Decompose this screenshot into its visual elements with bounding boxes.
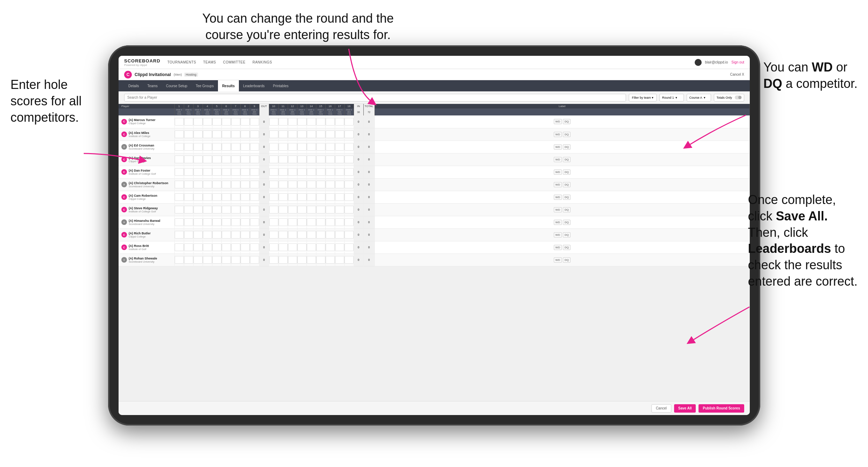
filter-team-btn[interactable]: Filter by team ▾	[629, 94, 657, 101]
hole-12-input-9[interactable]	[288, 231, 297, 239]
hole-3-input-2[interactable]	[194, 143, 203, 151]
hole-15-input-7[interactable]	[316, 206, 325, 213]
hole-15-input-11[interactable]	[316, 256, 325, 264]
tab-tee-groups[interactable]: Tee Groups	[191, 80, 218, 91]
hole-11-input-9[interactable]	[279, 231, 288, 239]
dq-btn-3[interactable]: DQ	[563, 157, 571, 162]
hole-2-input-1[interactable]	[184, 130, 193, 138]
hole-3-input-11[interactable]	[194, 256, 203, 264]
hole-16-input-10[interactable]	[326, 243, 335, 251]
dq-btn-1[interactable]: DQ	[563, 132, 571, 137]
hole-12-input-6[interactable]	[288, 193, 297, 201]
hole-5-input-11[interactable]	[212, 256, 221, 264]
hole-10-input-5[interactable]	[269, 181, 278, 188]
hole-17-input-8[interactable]	[335, 218, 344, 226]
hole-13-input-7[interactable]	[297, 206, 307, 213]
search-input[interactable]	[124, 94, 626, 101]
hole-7-input-8[interactable]	[231, 218, 240, 226]
wd-btn-5[interactable]: WD	[554, 182, 562, 187]
hole-13-input-11[interactable]	[297, 256, 307, 264]
hole-7-input-3[interactable]	[231, 156, 240, 163]
hole-9-input-0[interactable]	[250, 118, 259, 126]
hole-2-input-5[interactable]	[184, 181, 193, 188]
dq-btn-10[interactable]: DQ	[563, 245, 571, 250]
hole-1-input-3[interactable]	[175, 156, 184, 163]
hole-17-input-0[interactable]	[335, 118, 344, 126]
tab-results[interactable]: Results	[218, 80, 239, 91]
hole-4-input-0[interactable]	[203, 118, 212, 126]
hole-9-input-6[interactable]	[250, 193, 259, 201]
hole-12-input-7[interactable]	[288, 206, 297, 213]
hole-13-input-3[interactable]	[297, 156, 307, 163]
hole-2-input-10[interactable]	[184, 243, 193, 251]
hole-16-input-4[interactable]	[326, 168, 335, 176]
hole-18-input-11[interactable]	[345, 256, 354, 264]
hole-8-input-6[interactable]	[241, 193, 250, 201]
hole-6-input-1[interactable]	[222, 130, 231, 138]
hole-14-input-8[interactable]	[307, 218, 316, 226]
hole-4-input-1[interactable]	[203, 130, 212, 138]
wd-btn-6[interactable]: WD	[554, 195, 562, 200]
hole-12-input-3[interactable]	[288, 156, 297, 163]
hole-17-input-9[interactable]	[335, 231, 344, 239]
hole-16-input-2[interactable]	[326, 143, 335, 151]
hole-3-input-6[interactable]	[194, 193, 203, 201]
hole-6-input-6[interactable]	[222, 193, 231, 201]
hole-9-input-9[interactable]	[250, 231, 259, 239]
hole-9-input-10[interactable]	[250, 243, 259, 251]
hole-6-input-8[interactable]	[222, 218, 231, 226]
hole-12-input-8[interactable]	[288, 218, 297, 226]
hole-3-input-5[interactable]	[194, 181, 203, 188]
hole-13-input-0[interactable]	[297, 118, 307, 126]
hole-8-input-2[interactable]	[241, 143, 250, 151]
hole-7-input-6[interactable]	[231, 193, 240, 201]
hole-5-input-3[interactable]	[212, 156, 221, 163]
hole-18-input-6[interactable]	[345, 193, 354, 201]
hole-16-input-11[interactable]	[326, 256, 335, 264]
hole-10-input-8[interactable]	[269, 218, 278, 226]
hole-8-input-4[interactable]	[241, 168, 250, 176]
save-all-btn[interactable]: Save All	[674, 404, 696, 413]
hole-12-input-10[interactable]	[288, 243, 297, 251]
hole-15-input-9[interactable]	[316, 231, 325, 239]
hole-18-input-4[interactable]	[345, 168, 354, 176]
hole-1-input-1[interactable]	[175, 130, 184, 138]
hole-16-input-9[interactable]	[326, 231, 335, 239]
hole-9-input-1[interactable]	[250, 130, 259, 138]
dq-btn-6[interactable]: DQ	[563, 195, 571, 200]
hole-2-input-0[interactable]	[184, 118, 193, 126]
hole-15-input-3[interactable]	[316, 156, 325, 163]
hole-14-input-1[interactable]	[307, 130, 316, 138]
hole-8-input-10[interactable]	[241, 243, 250, 251]
hole-9-input-5[interactable]	[250, 181, 259, 188]
hole-2-input-9[interactable]	[184, 231, 193, 239]
course-select[interactable]: Course A ▾	[687, 94, 711, 101]
hole-13-input-9[interactable]	[297, 231, 307, 239]
hole-4-input-7[interactable]	[203, 206, 212, 213]
hole-6-input-0[interactable]	[222, 118, 231, 126]
tab-leaderboards[interactable]: Leaderboards	[239, 80, 269, 91]
hole-8-input-3[interactable]	[241, 156, 250, 163]
hole-16-input-6[interactable]	[326, 193, 335, 201]
dq-btn-11[interactable]: DQ	[563, 257, 571, 263]
dq-btn-7[interactable]: DQ	[563, 207, 571, 212]
hole-16-input-0[interactable]	[326, 118, 335, 126]
hole-14-input-11[interactable]	[307, 256, 316, 264]
hole-12-input-0[interactable]	[288, 118, 297, 126]
hole-3-input-9[interactable]	[194, 231, 203, 239]
hole-13-input-1[interactable]	[297, 130, 307, 138]
nav-tournaments[interactable]: TOURNAMENTS	[167, 60, 196, 64]
hole-15-input-2[interactable]	[316, 143, 325, 151]
hole-13-input-6[interactable]	[297, 193, 307, 201]
dq-btn-5[interactable]: DQ	[563, 182, 571, 187]
hole-6-input-5[interactable]	[222, 181, 231, 188]
dq-btn-2[interactable]: DQ	[563, 144, 571, 150]
round-select[interactable]: Round 1 ▾	[659, 94, 684, 101]
hole-7-input-10[interactable]	[231, 243, 240, 251]
hole-7-input-0[interactable]	[231, 118, 240, 126]
hole-9-input-8[interactable]	[250, 218, 259, 226]
hole-7-input-11[interactable]	[231, 256, 240, 264]
hole-14-input-4[interactable]	[307, 168, 316, 176]
hole-18-input-1[interactable]	[345, 130, 354, 138]
hole-9-input-4[interactable]	[250, 168, 259, 176]
